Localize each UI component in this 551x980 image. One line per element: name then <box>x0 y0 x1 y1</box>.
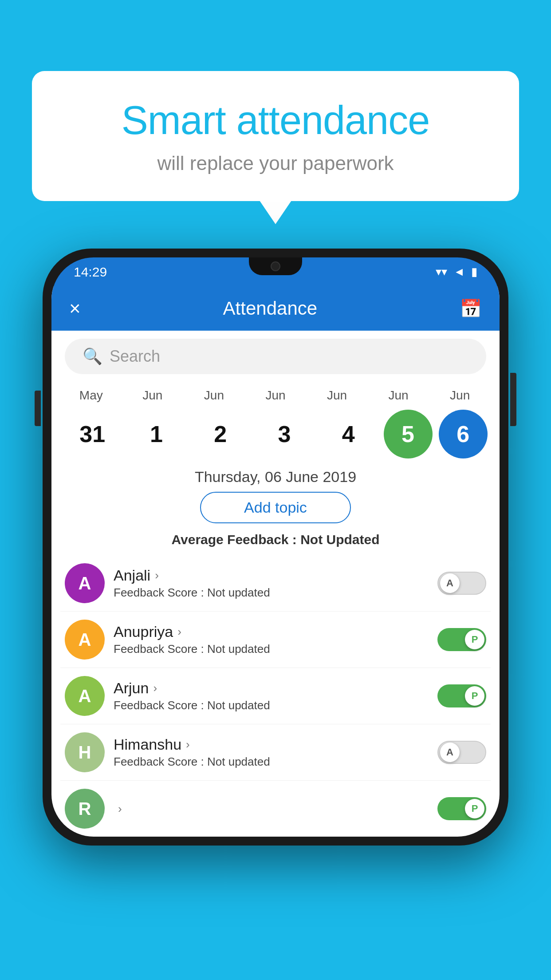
chevron-right-icon: › <box>177 625 181 639</box>
day-3[interactable]: 3 <box>256 421 313 447</box>
student-feedback: Feedback Score : Not updated <box>114 586 429 600</box>
chevron-right-icon: › <box>153 681 157 695</box>
toggle-on[interactable]: P <box>437 628 486 651</box>
student-name: › <box>114 802 429 816</box>
search-bar[interactable]: 🔍 Search <box>65 339 486 374</box>
app-content: × Attendance 📅 🔍 Search May Jun Jun Jun <box>51 286 500 837</box>
chevron-right-icon: › <box>155 569 159 582</box>
avatar: A <box>65 676 105 716</box>
app-header: × Attendance 📅 <box>51 286 500 331</box>
attendance-toggle[interactable]: P <box>437 628 486 651</box>
avg-feedback: Average Feedback : Not Updated <box>51 532 500 547</box>
list-item: H Himanshu › Feedback Score : Not update… <box>60 724 491 781</box>
battery-icon: ▮ <box>471 265 477 279</box>
close-button[interactable]: × <box>69 297 81 320</box>
student-feedback: Feedback Score : Not updated <box>114 755 429 769</box>
signal-icon: ◄ <box>453 265 465 279</box>
student-name: Anupriya › <box>114 623 429 640</box>
phone-wrapper: 14:29 ▾▾ ◄ ▮ × Attendance 📅 🔍 S <box>43 249 508 846</box>
attendance-toggle[interactable]: P <box>437 684 486 707</box>
student-name: Anjali › <box>114 567 429 584</box>
student-feedback: Feedback Score : Not updated <box>114 642 429 656</box>
student-info[interactable]: Anupriya › Feedback Score : Not updated <box>114 623 429 656</box>
month-4: Jun <box>308 388 366 403</box>
student-feedback: Feedback Score : Not updated <box>114 699 429 712</box>
speech-bubble-container: Smart attendance will replace your paper… <box>32 71 519 201</box>
status-bar: 14:29 ▾▾ ◄ ▮ <box>51 257 500 286</box>
day-1[interactable]: 1 <box>127 421 185 447</box>
month-1: Jun <box>124 388 181 403</box>
toggle-knob: P <box>465 799 484 818</box>
student-list: A Anjali › Feedback Score : Not updated <box>51 555 500 837</box>
day-6-selected[interactable]: 6 <box>439 410 488 458</box>
month-5: Jun <box>370 388 427 403</box>
attendance-toggle[interactable]: P <box>437 797 486 820</box>
avatar: H <box>65 732 105 772</box>
selected-date-label: Thursday, 06 June 2019 <box>51 468 500 486</box>
list-item: A Arjun › Feedback Score : Not updated <box>60 668 491 724</box>
date-picker: May Jun Jun Jun Jun Jun Jun 31 1 2 3 4 <box>51 382 500 460</box>
student-name: Himanshu › <box>114 736 429 753</box>
chevron-right-icon: › <box>118 802 122 816</box>
chevron-right-icon: › <box>186 738 190 751</box>
avatar: R <box>65 789 105 829</box>
student-info[interactable]: Arjun › Feedback Score : Not updated <box>114 680 429 712</box>
toggle-on[interactable]: P <box>437 684 486 707</box>
day-5-selected[interactable]: 5 <box>384 410 433 458</box>
notch <box>249 257 302 275</box>
search-placeholder: Search <box>110 347 160 366</box>
attendance-toggle[interactable]: A <box>437 741 486 764</box>
month-2: Jun <box>185 388 243 403</box>
day-2[interactable]: 2 <box>192 421 249 447</box>
month-0: May <box>62 388 120 403</box>
student-info[interactable]: › <box>114 802 429 816</box>
header-title: Attendance <box>223 298 318 319</box>
avatar: A <box>65 563 105 603</box>
avg-feedback-label: Average Feedback : <box>171 532 300 547</box>
attendance-toggle[interactable]: A <box>437 572 486 595</box>
notch-camera <box>271 261 280 271</box>
avg-feedback-value: Not Updated <box>300 532 379 547</box>
month-6: Jun <box>431 388 489 403</box>
list-item: A Anjali › Feedback Score : Not updated <box>60 555 491 612</box>
student-info[interactable]: Himanshu › Feedback Score : Not updated <box>114 736 429 769</box>
speech-bubble: Smart attendance will replace your paper… <box>32 71 519 201</box>
phone-outer: 14:29 ▾▾ ◄ ▮ × Attendance 📅 🔍 S <box>43 249 508 846</box>
toggle-knob: P <box>465 686 484 706</box>
avatar: A <box>65 620 105 660</box>
search-icon: 🔍 <box>83 347 102 366</box>
calendar-icon[interactable]: 📅 <box>460 298 482 319</box>
toggle-knob: P <box>465 630 484 649</box>
day-0[interactable]: 31 <box>63 421 121 447</box>
wifi-icon: ▾▾ <box>436 265 447 279</box>
phone-screen: 14:29 ▾▾ ◄ ▮ × Attendance 📅 🔍 S <box>51 257 500 837</box>
student-name: Arjun › <box>114 680 429 697</box>
day-4[interactable]: 4 <box>319 421 377 447</box>
bubble-subtitle: will replace your paperwork <box>67 152 484 174</box>
month-row: May Jun Jun Jun Jun Jun Jun <box>60 387 491 404</box>
list-item: A Anupriya › Feedback Score : Not update… <box>60 612 491 668</box>
toggle-knob: A <box>440 573 460 593</box>
toggle-off[interactable]: A <box>437 741 486 764</box>
toggle-on[interactable]: P <box>437 797 486 820</box>
month-3: Jun <box>247 388 304 403</box>
day-row: 31 1 2 3 4 5 6 <box>60 408 491 460</box>
add-topic-button[interactable]: Add topic <box>200 492 351 523</box>
bubble-title: Smart attendance <box>67 98 484 143</box>
status-time: 14:29 <box>74 265 107 280</box>
toggle-off[interactable]: A <box>437 572 486 595</box>
student-info[interactable]: Anjali › Feedback Score : Not updated <box>114 567 429 600</box>
list-item: R › P <box>60 781 491 837</box>
status-icons: ▾▾ ◄ ▮ <box>436 265 477 279</box>
toggle-knob: A <box>440 743 460 762</box>
